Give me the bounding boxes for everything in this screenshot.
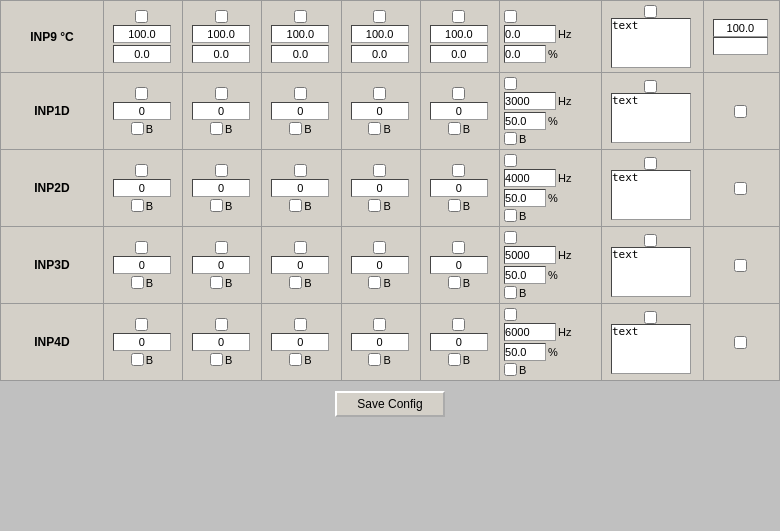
last-cb-1[interactable]: [734, 105, 747, 118]
cell-top-cb-4-4[interactable]: [452, 318, 465, 331]
cell-b-cb-3-2[interactable]: [289, 276, 302, 289]
cell-top-cb-4-1[interactable]: [215, 318, 228, 331]
cell-top-cb-3-0[interactable]: [135, 241, 148, 254]
text-textarea-2[interactable]: [611, 170, 691, 220]
cell-top-cb-4-3[interactable]: [373, 318, 386, 331]
cell-top-cb-0-0[interactable]: [135, 10, 148, 23]
last-cb-3[interactable]: [734, 259, 747, 272]
cell-top-cb-2-3[interactable]: [373, 164, 386, 177]
hz-b-cb-3[interactable]: [504, 286, 517, 299]
text-top-cb-0[interactable]: [644, 5, 657, 18]
cell-top-cb-4-0[interactable]: [135, 318, 148, 331]
cell-top-cb-2-1[interactable]: [215, 164, 228, 177]
cell-bot-input-4-0[interactable]: [113, 333, 171, 351]
cell-b-cb-2-3[interactable]: [368, 199, 381, 212]
cell-b-cb-2-4[interactable]: [448, 199, 461, 212]
cell-top-input-0-1[interactable]: [192, 25, 250, 43]
text-top-cb-4[interactable]: [644, 311, 657, 324]
cell-bot-input-2-1[interactable]: [192, 179, 250, 197]
cell-b-cb-1-0[interactable]: [131, 122, 144, 135]
cell-top-cb-1-3[interactable]: [373, 87, 386, 100]
cell-b-cb-1-1[interactable]: [210, 122, 223, 135]
cell-top-cb-3-2[interactable]: [294, 241, 307, 254]
cell-bot-input-1-1[interactable]: [192, 102, 250, 120]
cell-bot-input-0-2[interactable]: [271, 45, 329, 63]
cell-top-cb-0-2[interactable]: [294, 10, 307, 23]
hz-top-cb-0[interactable]: [504, 10, 517, 23]
cell-bot-input-3-4[interactable]: [430, 256, 488, 274]
pct-input-0[interactable]: [504, 45, 546, 63]
cell-b-cb-1-4[interactable]: [448, 122, 461, 135]
cell-b-cb-4-4[interactable]: [448, 353, 461, 366]
last-cb-4[interactable]: [734, 336, 747, 349]
cell-b-cb-2-1[interactable]: [210, 199, 223, 212]
cell-top-cb-3-3[interactable]: [373, 241, 386, 254]
cell-top-cb-0-3[interactable]: [373, 10, 386, 23]
cell-top-input-0-2[interactable]: [271, 25, 329, 43]
cell-b-cb-3-0[interactable]: [131, 276, 144, 289]
pct-input-3[interactable]: [504, 266, 546, 284]
cell-bot-input-1-2[interactable]: [271, 102, 329, 120]
hz-b-cb-1[interactable]: [504, 132, 517, 145]
pct-input-4[interactable]: [504, 343, 546, 361]
last-cb-2[interactable]: [734, 182, 747, 195]
cell-top-cb-1-1[interactable]: [215, 87, 228, 100]
hz-top-cb-2[interactable]: [504, 154, 517, 167]
cell-top-cb-3-4[interactable]: [452, 241, 465, 254]
cell-top-input-0-3[interactable]: [351, 25, 409, 43]
save-config-button[interactable]: Save Config: [335, 391, 444, 417]
cell-b-cb-1-3[interactable]: [368, 122, 381, 135]
cell-bot-input-4-3[interactable]: [351, 333, 409, 351]
cell-bot-input-0-1[interactable]: [192, 45, 250, 63]
cell-b-cb-4-1[interactable]: [210, 353, 223, 366]
cell-b-cb-4-2[interactable]: [289, 353, 302, 366]
pct-input-1[interactable]: [504, 112, 546, 130]
hz-input-3[interactable]: [504, 246, 556, 264]
cell-bot-input-3-0[interactable]: [113, 256, 171, 274]
text-top-cb-3[interactable]: [644, 234, 657, 247]
cell-bot-input-0-0[interactable]: [113, 45, 171, 63]
pct-input-2[interactable]: [504, 189, 546, 207]
cell-bot-input-4-4[interactable]: [430, 333, 488, 351]
cell-top-cb-1-2[interactable]: [294, 87, 307, 100]
hz-top-cb-3[interactable]: [504, 231, 517, 244]
cell-bot-input-2-2[interactable]: [271, 179, 329, 197]
cell-b-cb-1-2[interactable]: [289, 122, 302, 135]
cell-top-input-0-0[interactable]: [113, 25, 171, 43]
cell-bot-input-0-3[interactable]: [351, 45, 409, 63]
cell-bot-input-4-2[interactable]: [271, 333, 329, 351]
cell-top-cb-4-2[interactable]: [294, 318, 307, 331]
cell-top-cb-2-4[interactable]: [452, 164, 465, 177]
cell-bot-input-2-0[interactable]: [113, 179, 171, 197]
cell-bot-input-4-1[interactable]: [192, 333, 250, 351]
cell-bot-input-2-3[interactable]: [351, 179, 409, 197]
cell-top-cb-1-4[interactable]: [452, 87, 465, 100]
cell-b-cb-4-0[interactable]: [131, 353, 144, 366]
cell-top-cb-2-0[interactable]: [135, 164, 148, 177]
cell-b-cb-3-1[interactable]: [210, 276, 223, 289]
hz-input-1[interactable]: [504, 92, 556, 110]
cell-b-cb-3-3[interactable]: [368, 276, 381, 289]
cell-b-cb-3-4[interactable]: [448, 276, 461, 289]
cell-top-cb-0-4[interactable]: [452, 10, 465, 23]
cell-b-cb-4-3[interactable]: [368, 353, 381, 366]
cell-b-cb-2-2[interactable]: [289, 199, 302, 212]
cell-top-cb-0-1[interactable]: [215, 10, 228, 23]
text-textarea-3[interactable]: [611, 247, 691, 297]
cell-bot-input-2-4[interactable]: [430, 179, 488, 197]
hz-b-cb-4[interactable]: [504, 363, 517, 376]
hz-input-0[interactable]: [504, 25, 556, 43]
cell-bot-input-3-1[interactable]: [192, 256, 250, 274]
cell-bot-input-3-3[interactable]: [351, 256, 409, 274]
hz-top-cb-4[interactable]: [504, 308, 517, 321]
cell-bot-input-1-0[interactable]: [113, 102, 171, 120]
hz-input-2[interactable]: [504, 169, 556, 187]
last-input2-0[interactable]: [713, 37, 768, 55]
cell-bot-input-0-4[interactable]: [430, 45, 488, 63]
last-input-0[interactable]: [713, 19, 768, 37]
text-textarea-0[interactable]: [611, 18, 691, 68]
cell-bot-input-1-4[interactable]: [430, 102, 488, 120]
cell-bot-input-1-3[interactable]: [351, 102, 409, 120]
cell-b-cb-2-0[interactable]: [131, 199, 144, 212]
text-top-cb-1[interactable]: [644, 80, 657, 93]
